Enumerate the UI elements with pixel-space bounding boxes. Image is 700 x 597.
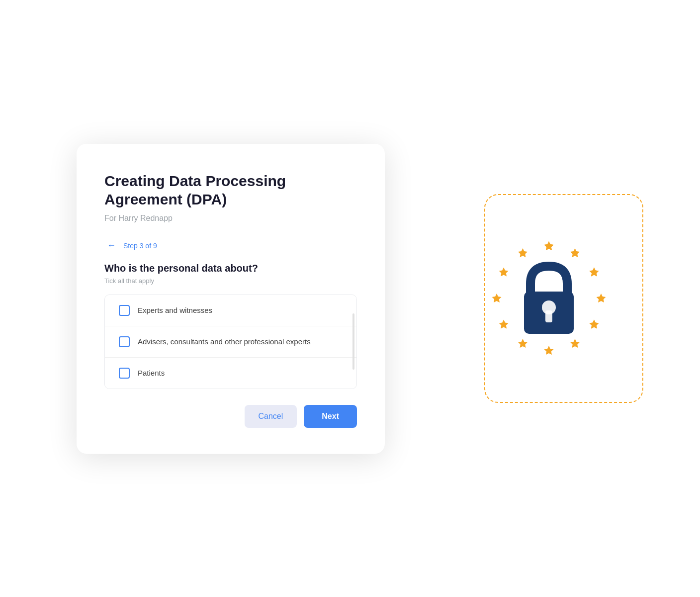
checkbox-3[interactable] bbox=[119, 368, 130, 379]
question-hint: Tick all that apply bbox=[104, 277, 357, 285]
dialog-subtitle: For Harry Rednapp bbox=[104, 214, 357, 223]
option-item-1[interactable]: Experts and witnesses bbox=[105, 295, 356, 326]
checkbox-2[interactable] bbox=[119, 336, 130, 347]
option-item-3[interactable]: Patients bbox=[105, 358, 356, 389]
svg-rect-3 bbox=[545, 310, 552, 322]
step-indicator: Step 3 of 9 bbox=[123, 242, 157, 250]
option-item-2[interactable]: Advisers, consultants and other professi… bbox=[105, 326, 356, 358]
lock-stars-graphic bbox=[479, 229, 618, 368]
option-label-1: Experts and witnesses bbox=[138, 305, 212, 315]
option-label-3: Patients bbox=[138, 368, 165, 378]
action-buttons: Cancel Next bbox=[104, 405, 357, 428]
eu-illustration bbox=[454, 174, 643, 423]
cancel-button[interactable]: Cancel bbox=[245, 405, 297, 428]
checkbox-1[interactable] bbox=[119, 305, 130, 316]
svg-marker-0 bbox=[479, 229, 484, 233]
step-navigation: ← Step 3 of 9 bbox=[104, 239, 357, 253]
next-button[interactable]: Next bbox=[304, 405, 357, 428]
dialog-title: Creating Data Processing Agreement (DPA) bbox=[104, 172, 357, 209]
options-list: Experts and witnesses Advisers, consulta… bbox=[104, 295, 357, 389]
question-title: Who is the personal data about? bbox=[104, 263, 357, 274]
dialog-card: Creating Data Processing Agreement (DPA)… bbox=[77, 144, 385, 454]
option-label-2: Advisers, consultants and other professi… bbox=[138, 336, 311, 347]
back-button[interactable]: ← bbox=[104, 239, 118, 253]
